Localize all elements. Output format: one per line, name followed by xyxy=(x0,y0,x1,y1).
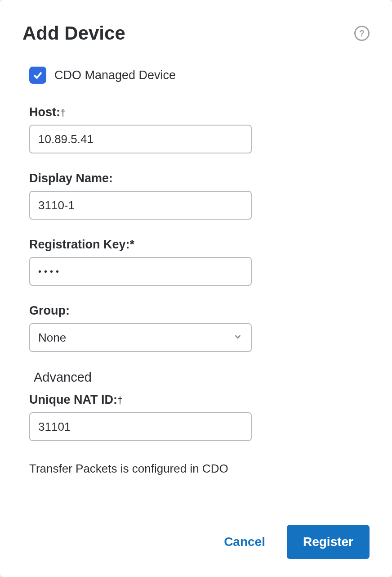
registration-key-input[interactable] xyxy=(29,257,252,286)
unique-nat-id-label: Unique NAT ID:† xyxy=(29,393,370,407)
dialog-header: Add Device ? xyxy=(22,23,370,44)
group-field-group: Group: None xyxy=(22,304,370,352)
display-name-group: Display Name: xyxy=(22,171,370,220)
checkmark-icon xyxy=(32,70,43,81)
advanced-section-header: Advanced xyxy=(22,370,370,385)
transfer-packets-note: Transfer Packets is configured in CDO xyxy=(22,462,370,476)
cdo-managed-row: CDO Managed Device xyxy=(22,67,370,84)
group-label: Group: xyxy=(29,304,370,318)
cancel-button[interactable]: Cancel xyxy=(224,535,265,549)
help-icon[interactable]: ? xyxy=(354,26,370,41)
display-name-input[interactable] xyxy=(29,191,252,220)
add-device-dialog: Add Device ? CDO Managed Device Host:† D… xyxy=(0,0,392,577)
host-input[interactable] xyxy=(29,125,252,153)
unique-nat-id-group: Unique NAT ID:† xyxy=(22,393,370,441)
cdo-managed-checkbox[interactable] xyxy=(29,67,46,84)
host-label: Host:† xyxy=(29,105,370,119)
dialog-footer: Cancel Register xyxy=(22,507,370,559)
cdo-managed-label: CDO Managed Device xyxy=(54,68,176,82)
host-group: Host:† xyxy=(22,105,370,153)
unique-nat-id-input[interactable] xyxy=(29,412,252,441)
registration-key-group: Registration Key:* xyxy=(22,238,370,286)
register-button[interactable]: Register xyxy=(287,525,370,559)
dialog-title: Add Device xyxy=(22,23,125,44)
chevron-down-icon xyxy=(233,331,243,345)
display-name-label: Display Name: xyxy=(29,171,370,185)
registration-key-label: Registration Key:* xyxy=(29,238,370,252)
group-selected-value: None xyxy=(38,331,66,345)
group-select[interactable]: None xyxy=(29,323,252,352)
